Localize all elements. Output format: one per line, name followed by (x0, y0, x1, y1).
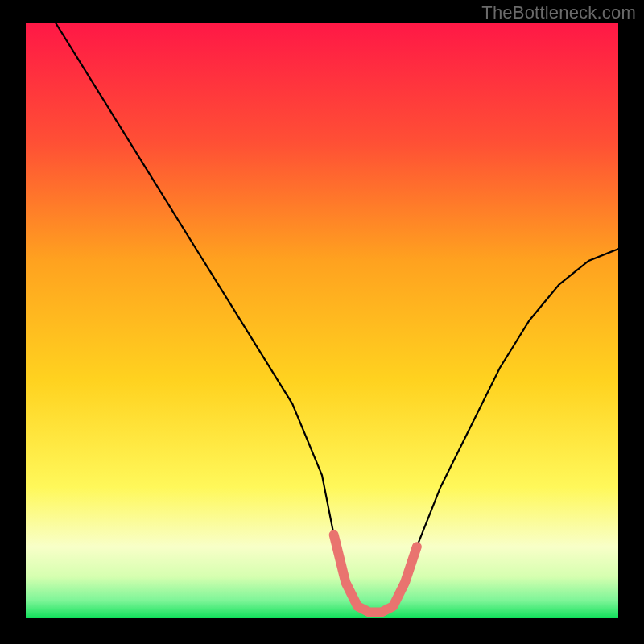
chart-plot-area (26, 23, 618, 618)
watermark-text: TheBottleneck.com (481, 2, 636, 23)
chart-frame: TheBottleneck.com (0, 0, 644, 644)
chart-svg (26, 23, 618, 618)
